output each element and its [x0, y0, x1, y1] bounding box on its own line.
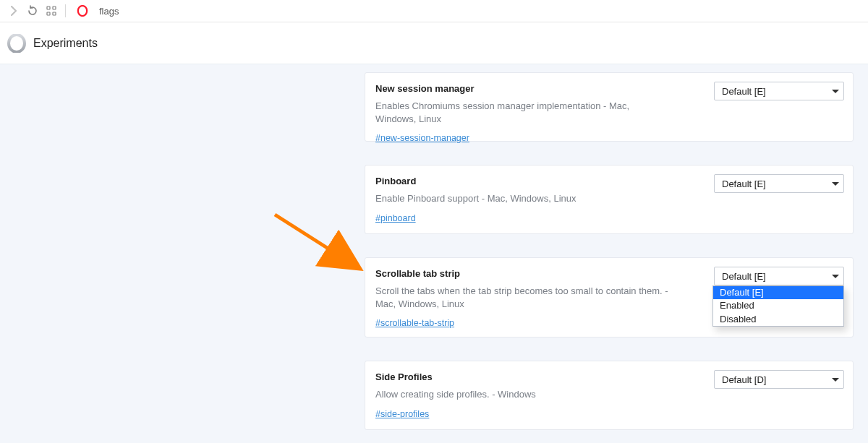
flag-description: Enables Chromiums session manager implem… [375, 100, 672, 125]
svg-line-6 [275, 215, 354, 265]
opera-logo-icon [7, 34, 26, 53]
flag-card-scrollable-tab-strip: Scrollable tab strip Scroll the tabs whe… [365, 257, 854, 337]
svg-rect-1 [53, 7, 56, 9]
flag-description: Allow creating side profiles. ‑ Windows [375, 388, 672, 401]
page-title: Experiments [33, 37, 98, 50]
flag-link[interactable]: #side-profiles [375, 409, 429, 419]
chevron-down-icon [832, 275, 839, 278]
chevron-right-icon [10, 6, 17, 16]
address-text[interactable]: flags [99, 6, 119, 17]
flag-card-pinboard: Pinboard Enable Pinboard support ‑ Mac, … [365, 165, 854, 234]
flag-link[interactable]: #new-session-manager [375, 133, 469, 143]
speed-dial-button[interactable] [42, 1, 61, 20]
opera-icon [73, 1, 92, 20]
state-select-value: Default [D] [722, 374, 832, 385]
svg-point-5 [9, 35, 25, 52]
annotation-arrow-icon [268, 209, 369, 281]
chevron-down-icon [832, 378, 839, 382]
svg-point-4 [78, 6, 87, 16]
browser-toolbar: flags [0, 0, 868, 22]
state-select[interactable]: Default [E] [714, 174, 844, 193]
tiles-icon [46, 6, 56, 16]
flags-page: New session manager Enables Chromiums se… [0, 64, 868, 443]
flag-link[interactable]: #pinboard [375, 213, 416, 223]
svg-rect-0 [47, 7, 50, 9]
flag-description: Enable Pinboard support ‑ Mac, Windows, … [375, 192, 672, 205]
toolbar-divider [65, 4, 66, 17]
state-option-default[interactable]: Default [E] [713, 286, 843, 299]
forward-button[interactable] [4, 1, 23, 20]
flag-link[interactable]: #scrollable-tab-strip [375, 318, 454, 328]
state-select-value: Default [E] [722, 86, 832, 97]
svg-rect-3 [53, 12, 56, 15]
state-select-menu: Default [E] Enabled Disabled [712, 285, 844, 327]
chevron-down-icon [832, 90, 839, 93]
chevron-down-icon [832, 182, 839, 186]
state-option-enabled[interactable]: Enabled [713, 299, 843, 312]
state-option-disabled[interactable]: Disabled [713, 313, 843, 326]
experiments-header: Experiments [0, 22, 868, 64]
svg-rect-2 [47, 12, 50, 15]
state-select[interactable]: Default [D] [714, 370, 844, 389]
flag-card-new-session-manager: New session manager Enables Chromiums se… [365, 72, 854, 142]
state-select-value: Default [E] [722, 271, 832, 282]
reload-icon [27, 5, 38, 17]
state-select-value: Default [E] [722, 179, 832, 189]
flag-card-side-profiles: Side Profiles Allow creating side profil… [365, 361, 854, 430]
state-select[interactable]: Default [E] [714, 267, 844, 285]
state-select[interactable]: Default [E] [714, 82, 844, 100]
reload-button[interactable] [23, 1, 42, 20]
flag-description: Scroll the tabs when the tab strip becom… [375, 285, 672, 310]
